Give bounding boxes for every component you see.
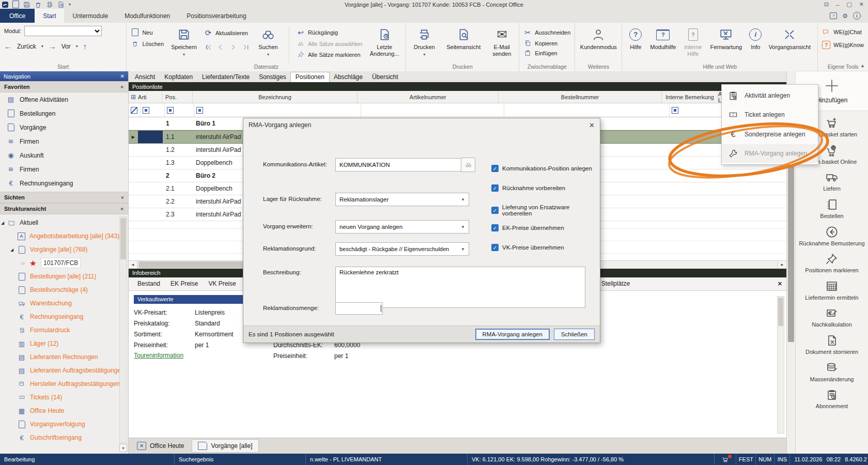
- toureninformation-link[interactable]: Toureninformation: [134, 352, 183, 359]
- reklamationsgrund-select[interactable]: beschädigt - Rückgabe // Eigenverschulde…: [335, 242, 469, 256]
- tree-item-rechnungseingang[interactable]: €Rechnungseingang: [0, 310, 128, 323]
- tree-item-gutschriftseingang[interactable]: €Gutschriftseingang: [0, 431, 128, 444]
- dialog-close-icon[interactable]: ✕: [589, 121, 595, 129]
- menu-item-aktivitaet-anlegen[interactable]: Aktivität anlegen: [722, 86, 818, 105]
- column-arti[interactable]: ⊞Arti: [129, 91, 162, 103]
- section-favoriten[interactable]: Favoriten«: [0, 81, 128, 92]
- filter-cell[interactable]: [670, 103, 728, 117]
- hilfe-button[interactable]: ? Hilfe: [626, 24, 645, 51]
- checkbox-ruecknahme[interactable]: ✓Rücknahme vorbereiten: [491, 184, 565, 192]
- beschreibung-textarea[interactable]: Rückenlehne zerkratzt: [335, 267, 585, 308]
- maximize-icon[interactable]: ▢: [846, 1, 851, 8]
- tree-item-lieferanten-rechnungen[interactable]: ▤Lieferanten Rechnungen: [0, 350, 128, 364]
- status-flag-fest[interactable]: FEST: [736, 454, 756, 465]
- tree-item-office-heute[interactable]: ▦Office Heute: [0, 404, 128, 417]
- scroll-right-icon[interactable]: ►: [778, 261, 786, 269]
- favorite-firmen-2[interactable]: ≋Firmen: [0, 162, 128, 176]
- gear-icon[interactable]: ⚙: [842, 12, 848, 20]
- column-bestellnummer[interactable]: Bestellnummer: [499, 91, 662, 103]
- checkbox-ersatzware[interactable]: ✓Lieferung von Ersatzware vorbereiten: [491, 204, 600, 216]
- tab-modulfunktionen[interactable]: Modulfunktionen: [116, 9, 178, 23]
- column-artikelnummer[interactable]: Artikelnummer: [358, 91, 499, 103]
- filter-cell[interactable]: [504, 103, 670, 117]
- tab-lieferdaten-texte[interactable]: Lieferdaten/Texte: [197, 72, 254, 82]
- menu-item-ticket-anlegen[interactable]: Ticket anlegen: [722, 105, 818, 124]
- neu-button[interactable]: Neu: [131, 28, 164, 36]
- suchen-button[interactable]: Suchen▾: [255, 24, 282, 57]
- article-search-button[interactable]: [461, 158, 475, 172]
- menu-item-rma-vorgang-anlegen[interactable]: RMA-Vorgang anlegen: [722, 144, 818, 163]
- tree-item-lieferanten-auftragsbestaetigungen[interactable]: ▤Lieferanten Auftragsbestätigungen: [0, 364, 128, 377]
- info-circle-icon[interactable]: i: [853, 12, 861, 20]
- ruecknahme-bemusterung-button[interactable]: Rücknahme Bemusterung: [798, 225, 866, 247]
- seitenansicht-button[interactable]: Seitenansicht: [443, 24, 484, 51]
- forward-dropdown-icon[interactable]: ▾: [76, 44, 78, 49]
- tree-item-hersteller-auftragsbestaetigungen[interactable]: Hersteller Auftragsbestätigungen: [0, 377, 128, 391]
- forward-button[interactable]: Vor: [61, 43, 71, 50]
- tree-item-aktuell[interactable]: ◢Aktuell: [0, 216, 128, 229]
- filter-cell[interactable]: [194, 103, 361, 117]
- aktualisieren-button[interactable]: ⟳Aktualisieren: [204, 28, 250, 38]
- positionen-markieren-button[interactable]: Positionen markieren: [798, 252, 866, 274]
- tree-item-laeger[interactable]: ▥Läger (12): [0, 337, 128, 350]
- infobereich-close-icon[interactable]: ✕: [778, 281, 782, 287]
- alle-saetze-auswaehlen-button[interactable]: Alle Sätze auswählen: [297, 41, 362, 47]
- favorite-auskunft[interactable]: ◉Auskunft: [0, 148, 128, 162]
- bestellen-button[interactable]: Bestellen: [798, 198, 866, 220]
- interne-hilfe-button[interactable]: ? interne Hilfe: [681, 24, 705, 57]
- status-flag-num[interactable]: NUM: [756, 454, 774, 465]
- wegchat-button[interactable]: WE(g)Chat: [822, 28, 864, 36]
- collapsed-caret-icon[interactable]: ▷: [22, 261, 25, 266]
- last-record-icon[interactable]: [243, 44, 250, 52]
- filter-cell[interactable]: [141, 103, 165, 117]
- close-icon[interactable]: ✕: [859, 1, 864, 8]
- next-record-icon[interactable]: [230, 44, 237, 52]
- loeschen-button[interactable]: Löschen: [131, 40, 164, 47]
- liefertermin-ermitteln-button[interactable]: Liefertermin ermitteln: [798, 280, 866, 301]
- navigation-close-icon[interactable]: ✕: [120, 73, 125, 79]
- speichern-button[interactable]: Speichern▾: [169, 24, 199, 57]
- modulhilfe-button[interactable]: ? Modulhilfe: [647, 24, 679, 51]
- rueckgaengig-button[interactable]: ↩Rückgängig: [297, 28, 362, 37]
- vorgangsansicht-button[interactable]: Vorgangsansicht: [766, 24, 813, 51]
- filter-cell[interactable]: [129, 103, 141, 117]
- filter-cell[interactable]: [165, 103, 194, 117]
- first-record-icon[interactable]: [204, 44, 211, 52]
- section-sichten[interactable]: Sichten«: [0, 192, 128, 203]
- komm-artikel-input[interactable]: KOMMUNIKATION: [335, 158, 469, 172]
- window-tab-vorgaenge[interactable]: Vorgänge [alle]: [192, 440, 258, 452]
- tab-untermodule[interactable]: Untermodule: [64, 9, 116, 23]
- tab-abschlaege[interactable]: Abschläge: [329, 72, 367, 82]
- status-cart[interactable]: [715, 454, 736, 465]
- checkbox-ek-preise[interactable]: ✓EK-Preise übernehmen: [491, 224, 564, 231]
- ribbon-display-options-icon[interactable]: ⊡: [824, 1, 829, 8]
- tab-ansicht[interactable]: Ansicht: [130, 72, 160, 82]
- infotab-bestand[interactable]: Bestand: [133, 278, 165, 289]
- email-senden-button[interactable]: ✉ E-Mail senden: [489, 24, 515, 57]
- nachkalkulation-button[interactable]: Nachkalkulation: [798, 306, 866, 328]
- tree-item-warenbuchung[interactable]: Warenbuchung: [0, 297, 128, 310]
- letzte-aenderung-button[interactable]: Letzte Änderung...: [367, 24, 401, 57]
- drucken-button[interactable]: Drucken▾: [410, 24, 438, 57]
- tree-item-formulardruck[interactable]: Formulardruck: [0, 323, 128, 337]
- expanded-caret-icon[interactable]: ◢: [10, 247, 13, 252]
- column-pos[interactable]: Pos.: [162, 91, 193, 103]
- up-arrow-icon[interactable]: ↑: [83, 42, 87, 51]
- filter-cell[interactable]: [361, 103, 504, 117]
- tree-item-bestellvorschlaege[interactable]: Bestellvorschläge (4): [0, 283, 128, 297]
- tree-item-tickets[interactable]: Tickets (14): [0, 391, 128, 404]
- infotab-ek-preise[interactable]: EK Preise: [166, 278, 203, 289]
- infotab-vk-preise[interactable]: VK Preise: [204, 278, 240, 289]
- favorite-vorgaenge[interactable]: Vorgänge: [0, 120, 128, 134]
- liefern-button[interactable]: Liefern: [798, 171, 866, 192]
- section-strukturansicht[interactable]: Strukturansicht«: [0, 203, 128, 214]
- back-arrow-icon[interactable]: ←: [4, 42, 12, 51]
- column-bezeichnung[interactable]: Bezeichnung: [193, 91, 358, 103]
- einfuegen-button[interactable]: Einfügen: [523, 50, 570, 56]
- shortcut-help-icon[interactable]: ?: [830, 12, 837, 19]
- info-scrollbar[interactable]: [777, 296, 784, 434]
- status-flag-ins[interactable]: INS: [774, 454, 790, 465]
- expanded-caret-icon[interactable]: ◢: [1, 221, 4, 225]
- ausschneiden-button[interactable]: ✂Ausschneiden: [523, 28, 570, 37]
- tree-scroll-down-icon[interactable]: ▼: [119, 444, 127, 452]
